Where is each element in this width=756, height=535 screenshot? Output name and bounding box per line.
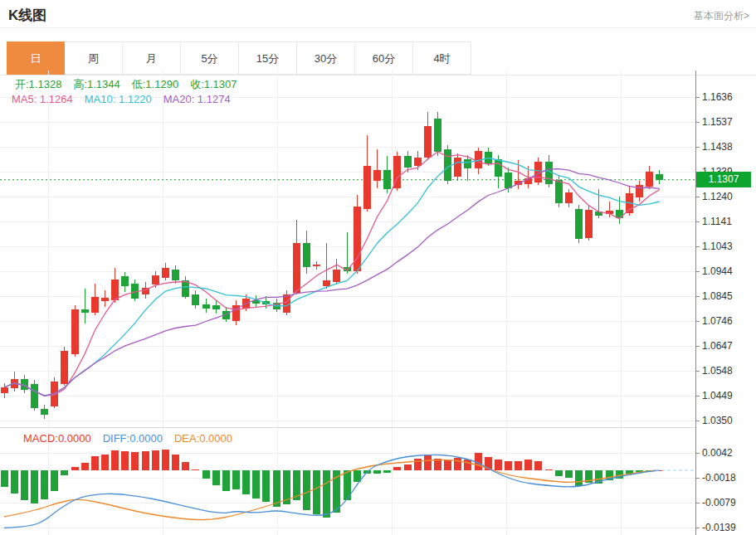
y-axis-labels: 1.16361.15371.14381.13391.12401.11411.10…: [695, 0, 756, 535]
open-value: 开:1.1328: [15, 78, 61, 90]
y-axis-label: 1.0350: [695, 415, 733, 426]
y-axis-label: 1.0647: [695, 340, 733, 352]
tab-30min[interactable]: 30分: [297, 41, 355, 75]
tab-60min[interactable]: 60分: [355, 41, 413, 75]
diff-value: DIFF:0.0000: [103, 432, 163, 445]
ma20-value: MA20: 1.1274: [163, 93, 231, 105]
axis-tick: [695, 246, 700, 247]
y-axis-label: 1.0746: [695, 315, 733, 327]
ma-legend: MA5: 1.1264MA10: 1.1220MA20: 1.1274: [12, 93, 242, 105]
y-axis-label: 1.1636: [695, 91, 733, 103]
axis-tick: [695, 122, 700, 123]
high-value: 高:1.1344: [73, 78, 119, 90]
ohlc-legend: 开:1.1328高:1.1344低:1.1290收:1.1307: [15, 77, 249, 92]
y-axis-label: 1.1141: [695, 216, 732, 227]
ma10-value: MA10: 1.1220: [85, 93, 152, 105]
y-axis-label: 0.0042: [695, 447, 733, 459]
y-axis-label: 1.0845: [695, 290, 733, 302]
axis-tick: [695, 371, 700, 372]
period-tabs: 日 周 月 5分 15分 30分 60分 4时: [7, 41, 471, 75]
axis-tick: [695, 421, 700, 421]
y-axis-label: -0.0018: [695, 472, 736, 484]
y-axis-label: 1.1240: [695, 191, 733, 202]
axis-tick: [695, 296, 700, 297]
tab-week[interactable]: 周: [65, 41, 123, 75]
current-price-tag: 1.1307: [696, 172, 751, 187]
axis-tick: [695, 271, 700, 272]
tab-5min[interactable]: 5分: [181, 41, 239, 75]
axis-tick: [695, 346, 700, 347]
macd-value: MACD:0.0000: [23, 432, 91, 445]
axis-tick: [695, 478, 700, 479]
axis-tick: [695, 221, 700, 222]
tab-4hour[interactable]: 4时: [413, 41, 471, 75]
candlestick-chart[interactable]: [0, 71, 695, 427]
y-axis-label: 1.1043: [695, 241, 733, 252]
axis-tick: [695, 97, 700, 98]
pane-divider: [0, 427, 695, 428]
y-axis-label: 1.0449: [695, 390, 733, 401]
dea-value: DEA:0.0000: [174, 432, 232, 445]
y-axis-label: 1.0548: [695, 365, 733, 377]
close-value: 收:1.1307: [190, 78, 237, 90]
macd-legend: MACD:0.0000DIFF:0.0000DEA:0.0000: [23, 432, 244, 445]
tab-day[interactable]: 日: [7, 41, 65, 75]
widget-header: K线图 基本面分析>: [0, 0, 756, 28]
y-axis-label: -0.0079: [695, 497, 736, 508]
axis-tick: [695, 147, 700, 148]
axis-tick: [695, 396, 700, 396]
y-axis-label: 1.1438: [695, 141, 733, 153]
tab-15min[interactable]: 15分: [239, 41, 297, 75]
low-value: 低:1.1290: [132, 78, 178, 90]
axis-tick: [695, 453, 700, 454]
axis-tick: [695, 528, 700, 528]
axis-tick: [695, 197, 700, 197]
kline-widget: K线图 基本面分析> 日 周 月 5分 15分 30分 60分 4时 开:1.1…: [0, 0, 756, 535]
axis-tick: [695, 321, 700, 322]
y-axis-label: -0.0139: [695, 522, 736, 533]
page-title: K线图: [8, 6, 46, 25]
ma5-value: MA5: 1.1264: [12, 93, 73, 105]
axis-tick: [695, 503, 700, 503]
tab-month[interactable]: 月: [123, 41, 181, 75]
y-axis-label: 1.1537: [695, 116, 733, 128]
y-axis-label: 1.0944: [695, 265, 733, 277]
